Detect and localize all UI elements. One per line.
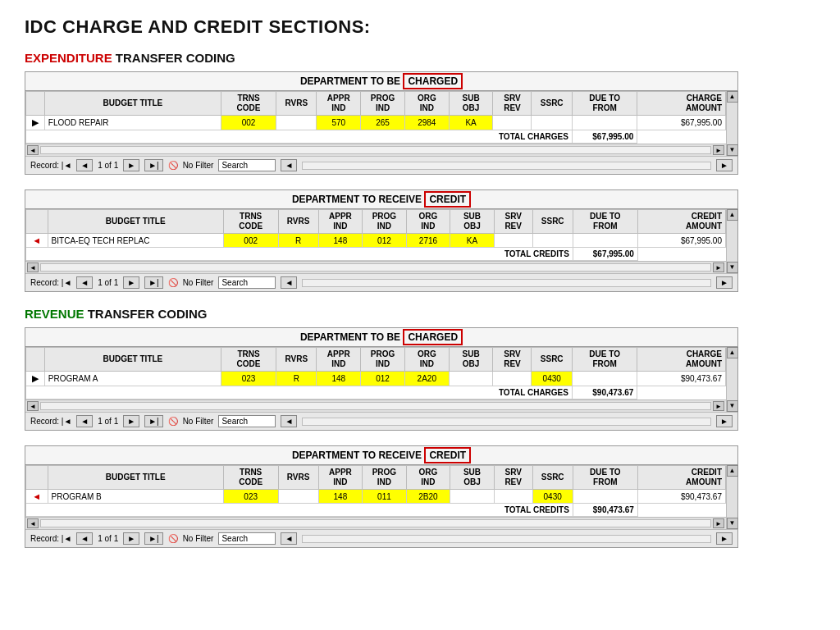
record-next-btn3[interactable]: ► xyxy=(123,415,139,427)
record-last-btn[interactable]: ►| xyxy=(144,159,163,171)
h-scroll-right2[interactable]: ► xyxy=(716,159,733,171)
prog-cell2: 012 xyxy=(363,234,407,248)
h-scroll-right6[interactable]: ► xyxy=(716,415,733,427)
h-scroll-left6[interactable]: ◄ xyxy=(281,415,297,427)
org-cell3: 2A20 xyxy=(404,372,449,386)
charge-dept-label: DEPARTMENT TO BE xyxy=(300,75,404,87)
total-amount2: $67,995.00 xyxy=(573,248,637,261)
total-row4: TOTAL CREDITS $90,473.67 xyxy=(26,504,726,517)
appr-cell: 570 xyxy=(317,116,361,130)
credit-dept-boxed: CREDIT xyxy=(424,191,471,208)
ssrc-cell3: 0430 xyxy=(532,372,572,386)
record-last-btn3[interactable]: ►| xyxy=(144,415,163,427)
record-bar2: Record: |◄ ◄ 1 of 1 ► ►| 🚫 No Filter ◄ ► xyxy=(25,273,737,291)
budget-title-cell: FLOOD REPAIR xyxy=(44,116,221,130)
v-scroll-down-btn2[interactable]: ▼ xyxy=(727,262,738,273)
row-arrow4: ◄ xyxy=(26,490,48,504)
col-ssrc4: SSRC xyxy=(532,466,573,490)
org-cell2: 2716 xyxy=(406,234,450,248)
expenditure-label: EXPENDITURE xyxy=(25,51,112,65)
col-appr: APPRIND xyxy=(317,92,361,116)
record-bar3: Record: |◄ ◄ 1 of 1 ► ►| 🚫 No Filter ◄ ► xyxy=(25,412,737,430)
v-scroll-up-btn3[interactable]: ▲ xyxy=(727,347,738,358)
record-last-btn2[interactable]: ►| xyxy=(144,276,163,289)
total-row3: TOTAL CHARGES $90,473.67 xyxy=(26,386,726,399)
col-trns3: TRNSCODE xyxy=(221,348,276,372)
search-input3[interactable] xyxy=(218,415,276,427)
no-filter-icon4: 🚫 xyxy=(168,534,178,543)
h-scroll-right5[interactable]: ► xyxy=(713,401,724,411)
h-scroll-track xyxy=(40,146,711,154)
h-scroll-left5[interactable]: ◄ xyxy=(27,401,39,411)
record-prev-btn[interactable]: ◄ xyxy=(76,159,93,171)
col-credit-amount: CREDITAMOUNT xyxy=(637,210,725,234)
record-next-btn4[interactable]: ► xyxy=(123,532,139,545)
col-prog2: PROGIND xyxy=(363,210,407,234)
v-scroll-down-btn[interactable]: ▼ xyxy=(727,144,738,156)
record-prev-btn2[interactable]: ◄ xyxy=(76,276,93,289)
total-label4: TOTAL CREDITS xyxy=(26,504,573,517)
h-scroll-left2[interactable]: ◄ xyxy=(281,159,297,171)
col-appr4: APPRIND xyxy=(318,466,363,490)
amount-cell2: $67,995.00 xyxy=(637,234,725,248)
revenue-credit-table-area: BUDGET TITLE TRNSCODE RVRS APPRIND PROGI… xyxy=(25,465,737,529)
credit-dept-label: DEPARTMENT TO RECEIVE xyxy=(292,194,425,205)
sub-cell4 xyxy=(450,490,495,504)
col-appr3: APPRIND xyxy=(317,348,361,372)
ssrc-cell2 xyxy=(532,234,573,248)
record-page2: 1 of 1 xyxy=(98,278,118,287)
h-scroll-left8[interactable]: ◄ xyxy=(281,532,297,545)
revenue-credit-table: BUDGET TITLE TRNSCODE RVRS APPRIND PROGI… xyxy=(25,465,726,517)
h-scroll-left4[interactable]: ◄ xyxy=(281,276,297,289)
col-budget-title: BUDGET TITLE xyxy=(44,92,221,116)
due-cell3 xyxy=(572,372,637,386)
rev-charge-dept-label: DEPARTMENT TO BE xyxy=(300,331,404,343)
record-next-btn2[interactable]: ► xyxy=(123,276,139,289)
due-cell4 xyxy=(573,490,637,504)
col-due: DUE TOFROM xyxy=(572,92,637,116)
amount-cell: $67,995.00 xyxy=(637,116,726,130)
col-due3: DUE TOFROM xyxy=(572,348,637,372)
total-label: TOTAL CHARGES xyxy=(26,130,573,144)
revenue-credit-wrapper: DEPARTMENT TO RECEIVE CREDIT BUDGET TITL… xyxy=(25,445,738,548)
rvrs-cell3: R xyxy=(276,372,317,386)
h-scroll-right8[interactable]: ► xyxy=(716,532,733,545)
record-next-btn[interactable]: ► xyxy=(123,159,139,171)
v-scroll-up-btn[interactable]: ▲ xyxy=(727,91,738,103)
sub-cell3 xyxy=(449,372,493,386)
search-input2[interactable] xyxy=(218,276,276,289)
table-row: ▶ FLOOD REPAIR 002 570 265 2984 KA $67,9… xyxy=(26,116,726,130)
record-page3: 1 of 1 xyxy=(98,417,118,426)
bottom-scroll-track xyxy=(302,162,711,170)
total-label3: TOTAL CHARGES xyxy=(26,386,573,399)
h-scroll-left7[interactable]: ◄ xyxy=(27,518,39,528)
h-scroll-right7[interactable]: ► xyxy=(713,518,724,528)
total-row2: TOTAL CREDITS $67,995.00 xyxy=(26,248,726,261)
v-scroll-down-btn3[interactable]: ▼ xyxy=(727,400,738,412)
col-budget-title3: BUDGET TITLE xyxy=(44,348,221,372)
search-input4[interactable] xyxy=(218,532,276,545)
v-scroll-up-btn2[interactable]: ▲ xyxy=(727,209,738,221)
col-org4: ORGIND xyxy=(406,466,450,490)
v-scroll-up-btn4[interactable]: ▲ xyxy=(727,465,738,477)
expenditure-section-title: EXPENDITURE TRANSFER CODING xyxy=(25,51,815,65)
v-scroll-down-btn4[interactable]: ▼ xyxy=(727,518,738,529)
record-page: 1 of 1 xyxy=(98,161,118,170)
h-scroll-right4[interactable]: ► xyxy=(716,276,733,289)
record-last-btn4[interactable]: ►| xyxy=(144,532,163,545)
h-scroll-left-btn[interactable]: ◄ xyxy=(27,145,39,155)
record-prev-btn4[interactable]: ◄ xyxy=(76,532,93,545)
org-cell: 2984 xyxy=(404,116,449,130)
record-prev-btn3[interactable]: ◄ xyxy=(76,415,93,427)
col-sub3: SUBOBJ xyxy=(449,348,493,372)
col-srv: SRVREV xyxy=(493,92,532,116)
record-label3: Record: |◄ xyxy=(30,417,71,426)
h-scroll-left3[interactable]: ◄ xyxy=(27,262,39,272)
h-scroll-right3[interactable]: ► xyxy=(713,262,724,272)
col-charge-amount3: CHARGEAMOUNT xyxy=(637,348,726,372)
due-cell xyxy=(572,116,637,130)
expenditure-charge-table: BUDGET TITLE TRNSCODE RVRS APPRIND PROGI… xyxy=(25,91,726,144)
h-scroll-right-btn[interactable]: ► xyxy=(713,145,724,155)
col-srv3: SRVREV xyxy=(493,348,532,372)
search-input[interactable] xyxy=(218,159,276,171)
